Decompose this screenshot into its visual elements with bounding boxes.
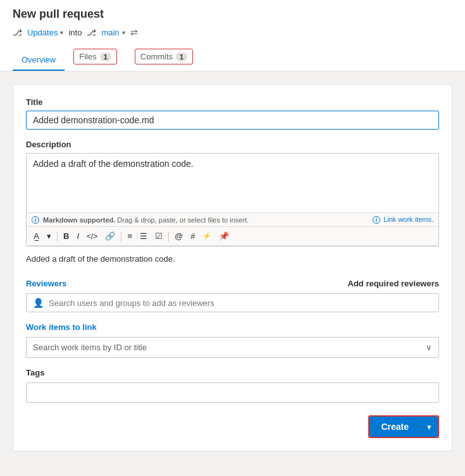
info-icon: i: [32, 216, 39, 224]
page-header: New pull request ⎇ Updates ▾ into ⎇ main…: [0, 0, 465, 71]
target-branch-selector[interactable]: main ▾: [101, 28, 125, 37]
work-items-label: Work items to link: [26, 322, 439, 332]
create-dropdown-chevron-icon: ▾: [427, 422, 431, 432]
task-list-btn[interactable]: ☑: [152, 229, 166, 243]
info-icon-2: i: [373, 216, 380, 224]
work-items-select[interactable]: Search work items by ID or title ∨: [26, 337, 439, 358]
source-branch-selector[interactable]: Updates ▾: [27, 28, 63, 37]
create-dropdown-button[interactable]: ▾: [420, 417, 438, 437]
tags-label: Tags: [26, 368, 439, 377]
tags-section: Tags: [26, 368, 439, 403]
reviewers-search-input[interactable]: [49, 298, 432, 308]
tab-overview[interactable]: Overview: [13, 50, 65, 71]
tab-files[interactable]: Files 1: [65, 44, 126, 71]
search-icon: 👤: [33, 298, 44, 308]
pr-ref-btn[interactable]: ⚡: [199, 230, 214, 242]
create-button[interactable]: Create: [369, 417, 420, 437]
title-label: Title: [26, 97, 439, 107]
tabs-bar: Overview Files 1 Commits 1: [13, 44, 452, 71]
description-textarea[interactable]: Added a draft of the demonstration code.: [27, 154, 438, 211]
work-items-section: Work items to link Search work items by …: [26, 322, 439, 358]
branch-bar: ⎇ Updates ▾ into ⎇ main ▾ ⇄: [13, 27, 452, 37]
description-section: Description Added a draft of the demonst…: [26, 140, 439, 247]
description-preview: Added a draft of the demonstration code.: [26, 249, 439, 269]
reviewers-header: Reviewers Add required reviewers: [26, 279, 439, 288]
branch-icon: ⎇: [13, 28, 22, 37]
markdown-hint-text: Markdown supported. Drag & drop, paste, …: [43, 216, 249, 224]
mention-btn[interactable]: @: [171, 229, 186, 243]
style-btn[interactable]: A̲: [30, 229, 42, 243]
create-btn-group: Create ▾: [368, 415, 439, 438]
ordered-list-btn[interactable]: ≡: [124, 229, 135, 243]
target-chevron-icon: ▾: [122, 29, 125, 36]
reviewers-search-wrapper[interactable]: 👤: [26, 293, 439, 312]
italic-btn[interactable]: I: [73, 229, 82, 243]
reviewers-section: Reviewers Add required reviewers 👤: [26, 279, 439, 312]
tab-commits[interactable]: Commits 1: [126, 44, 202, 71]
toolbar-sep-3: [168, 231, 169, 241]
description-label: Description: [26, 140, 439, 149]
action-bar: Create ▾: [26, 415, 439, 438]
heading-btn[interactable]: #: [187, 229, 198, 243]
branch-icon-2: ⎇: [87, 28, 96, 37]
tags-input[interactable]: [26, 382, 439, 403]
formatting-toolbar: A̲ ▾ B I </> 🔗 ≡ ☰ ☑ @ # ⚡ 📌: [27, 226, 438, 246]
style-chevron-btn[interactable]: ▾: [44, 229, 54, 243]
bold-btn[interactable]: B: [60, 229, 72, 243]
link-work-items[interactable]: Link work items.: [383, 216, 433, 223]
source-chevron-icon: ▾: [60, 29, 63, 36]
work-items-chevron-icon: ∨: [426, 343, 432, 352]
description-wrapper: Added a draft of the demonstration code.…: [26, 153, 439, 247]
add-reviewers-link[interactable]: Add required reviewers: [348, 279, 440, 288]
toolbar-sep-2: [121, 231, 121, 241]
main-content: Title Description Added a draft of the d…: [0, 71, 465, 464]
markdown-hint-bar: i Markdown supported. Drag & drop, paste…: [27, 212, 438, 226]
files-badge: 1: [100, 52, 111, 61]
attachment-btn[interactable]: 📌: [216, 229, 232, 243]
link-btn[interactable]: 🔗: [102, 229, 118, 243]
swap-icon[interactable]: ⇄: [130, 27, 138, 37]
unordered-list-btn[interactable]: ☰: [137, 229, 151, 243]
commits-badge: 1: [176, 52, 187, 61]
form-card: Title Description Added a draft of the d…: [13, 84, 452, 451]
work-items-placeholder: Search work items by ID or title: [33, 343, 147, 352]
toolbar-sep-1: [57, 231, 58, 241]
title-input[interactable]: [26, 111, 439, 130]
reviewers-label: Reviewers: [26, 279, 66, 288]
page-title: New pull request: [13, 8, 452, 21]
code-btn[interactable]: </>: [84, 230, 101, 243]
